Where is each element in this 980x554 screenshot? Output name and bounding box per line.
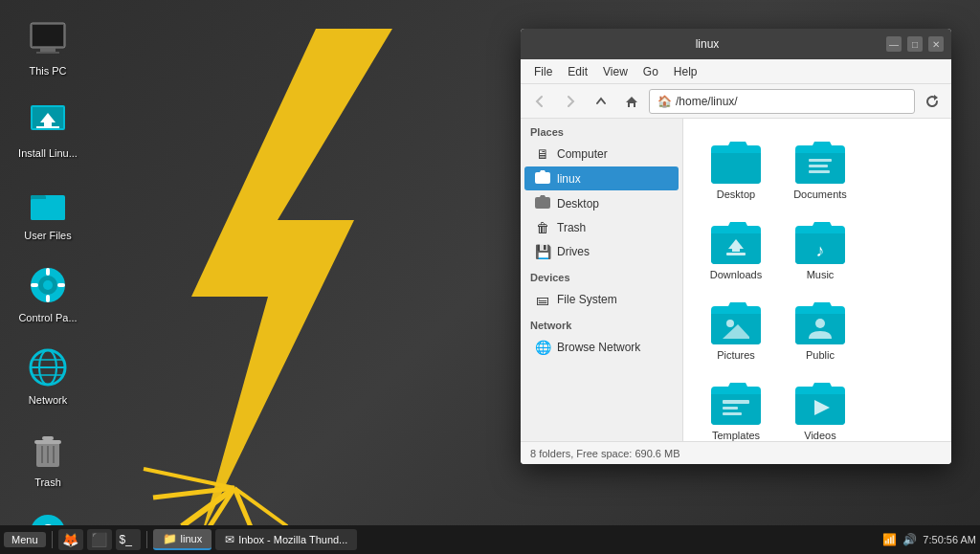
start-label: Menu [11,534,38,545]
taskbar-thunderbird-label: Inbox - Mozilla Thund... [238,534,347,545]
taskbar: Menu 🦊 ⬛ $_ 📁 linux ✉ Inbox - Mozilla Th… [0,525,980,554]
forward-button[interactable] [557,88,584,115]
home-button[interactable] [618,88,645,115]
pictures-folder-icon [711,299,761,345]
file-item-downloads[interactable]: Downloads [698,213,774,286]
taskbar-quicklaunch-terminal[interactable]: ⬛ [87,529,112,550]
maximize-button[interactable]: □ [907,36,923,52]
taskbar-separator-1 [52,531,53,548]
public-folder-label: Public [806,349,835,361]
sidebar-filesystem-label: File System [557,293,617,306]
desktop-icon-install-linux-label: Install Linu... [18,147,78,159]
sidebar-item-drives[interactable]: 💾 Drives [524,240,679,263]
minimize-button[interactable]: — [886,36,902,52]
svg-rect-2 [40,48,56,52]
videos-folder-icon [795,380,845,426]
svg-line-34 [153,488,234,498]
svg-rect-45 [726,253,746,255]
fm-main: Places 🖥 Computer linux [521,119,951,441]
svg-rect-42 [809,170,830,173]
menu-help[interactable]: Help [666,63,705,80]
thunderbird-task-icon: ✉ [225,533,234,546]
network-tray-icon[interactable]: 📶 [882,533,897,546]
templates-folder-icon [711,380,761,426]
file-item-public[interactable]: Public [782,294,858,366]
trash-icon [25,427,71,473]
pictures-folder-label: Pictures [717,349,755,361]
sidebar-item-trash[interactable]: 🗑 Trash [524,216,679,239]
back-button[interactable] [526,88,553,115]
close-button[interactable]: ✕ [928,36,944,52]
install-linux-icon [25,98,71,144]
svg-rect-17 [31,283,38,287]
svg-rect-1 [33,25,63,46]
filesystem-icon: 🖴 [534,292,551,307]
desktop-icon-this-pc[interactable]: This PC [10,10,86,82]
file-item-videos[interactable]: Videos [782,374,858,441]
up-button[interactable] [588,88,614,115]
taskbar-linux-label: linux [181,533,203,544]
svg-rect-8 [36,126,59,128]
sidebar-item-linux[interactable]: linux [524,166,679,190]
svg-line-33 [182,488,234,526]
linux-folder-icon [534,170,551,187]
downloads-folder-icon [711,219,761,265]
svg-point-47 [726,320,734,327]
svg-rect-44 [732,249,740,252]
svg-line-38 [144,469,234,488]
desktop: This PC Install Linu... [0,0,980,554]
svg-rect-15 [46,268,50,276]
menu-file[interactable]: File [526,63,560,80]
drives-icon: 💾 [534,244,551,259]
sidebar-browse-network-label: Browse Network [557,341,640,354]
desktop-icon-network-label: Network [29,394,67,406]
videos-folder-label: Videos [804,430,835,441]
sidebar-item-browse-network[interactable]: 🌐 Browse Network [524,336,679,359]
sidebar-item-computer[interactable]: 🖥 Computer [524,143,679,166]
desktop-folder-label: Desktop [717,188,755,200]
svg-point-14 [43,280,53,290]
tray-clock: 7:50:56 AM [923,534,976,545]
sidebar-item-desktop[interactable]: Desktop [524,191,679,215]
address-bar[interactable]: 🏠 /home/linux/ [649,89,915,114]
sidebar-linux-label: linux [557,172,581,186]
desktop-icon-network[interactable]: Network [10,339,86,411]
sidebar-desktop-label: Desktop [557,197,599,211]
taskbar-start-button[interactable]: Menu [4,532,46,547]
documents-folder-label: Documents [793,188,847,200]
menu-go[interactable]: Go [635,63,666,80]
desktop-icon-install-linux[interactable]: Install Linu... [10,92,86,165]
volume-tray-icon[interactable]: 🔊 [902,533,917,546]
svg-rect-11 [31,199,65,220]
sidebar-section-devices: Devices [521,264,682,287]
file-item-desktop[interactable]: Desktop [698,133,774,206]
desktop-icon-user-files-label: User Files [24,230,72,241]
svg-rect-41 [809,165,828,167]
file-item-pictures[interactable]: Pictures [698,294,774,366]
taskbar-item-thunderbird[interactable]: ✉ Inbox - Mozilla Thund... [215,529,357,550]
toolbar: 🏠 /home/linux/ [521,84,951,119]
menu-view[interactable]: View [595,63,635,80]
this-pc-icon [25,15,71,61]
sidebar-item-filesystem[interactable]: 🖴 File System [524,288,679,311]
file-item-documents[interactable]: Documents [782,133,858,206]
svg-text:♪: ♪ [816,241,825,260]
address-home-icon: 🏠 [657,95,672,108]
taskbar-quicklaunch-cmd[interactable]: $_ [116,529,141,550]
refresh-button[interactable] [919,88,946,115]
public-folder-icon [795,299,845,345]
desktop-icon-control-panel[interactable]: Control Pa... [10,256,86,329]
menu-edit[interactable]: Edit [560,63,595,80]
desktop-icon-user-files[interactable]: User Files [10,174,86,247]
file-item-music[interactable]: ♪ Music [782,213,858,286]
sidebar-computer-label: Computer [557,147,608,161]
window-title: linux [528,37,886,51]
svg-rect-18 [57,283,65,287]
taskbar-item-linux[interactable]: 📁 linux [153,529,212,550]
file-item-templates[interactable]: Templates [698,374,774,441]
desktop-icon-trash[interactable]: Trash [10,421,86,494]
desktop-folder-icon [711,139,761,185]
statusbar: 8 folders, Free space: 690.6 MB [521,441,951,464]
svg-rect-25 [34,440,61,444]
taskbar-quicklaunch-firefox[interactable]: 🦊 [58,529,83,550]
